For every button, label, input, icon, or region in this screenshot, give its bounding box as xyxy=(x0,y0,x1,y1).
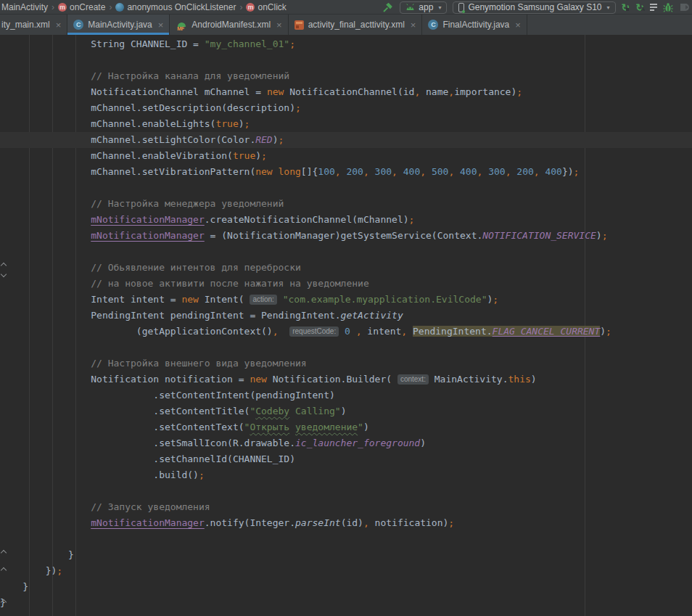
code-area[interactable]: String CHANNEL_ID = "my_channel_01"; // … xyxy=(0,35,692,611)
code-line[interactable]: } xyxy=(0,595,692,611)
breadcrumb-item-mainactivity[interactable]: MainActivity xyxy=(1,2,48,12)
code-line[interactable]: (getApplicationContext(), requestCode: 0… xyxy=(0,324,692,340)
code-token: ic_launcher_foreground xyxy=(295,438,420,448)
tab-close-icon[interactable]: × xyxy=(56,20,62,30)
code-line[interactable]: // Запуск уведомления xyxy=(0,499,692,515)
code-line[interactable]: mNotificationManager.notify(Integer.pars… xyxy=(0,515,692,531)
code-line[interactable]: .setChannelId(CHANNEL_ID) xyxy=(0,451,692,467)
code-token: requestCode: xyxy=(289,327,339,337)
code-editor[interactable]: String CHANNEL_ID = "my_channel_01"; // … xyxy=(0,35,692,616)
code-line[interactable]: mChannel.setVibrationPattern(new long[]{… xyxy=(0,164,692,180)
code-token: .notify(Integer. xyxy=(205,517,295,528)
code-line[interactable]: .build(); xyxy=(0,467,692,483)
code-token: (id) xyxy=(341,517,363,528)
code-line[interactable]: // Настройка внешнего вида уведомления xyxy=(0,356,692,371)
code-line[interactable] xyxy=(0,483,692,499)
code-line[interactable] xyxy=(0,52,692,68)
code-line[interactable]: // Настройка менеджера уведомлений xyxy=(0,196,692,212)
fold-marker[interactable] xyxy=(1,550,7,556)
code-line[interactable] xyxy=(0,244,692,260)
code-token: ) xyxy=(363,422,369,432)
tab-close-icon[interactable]: × xyxy=(411,20,416,30)
code-token: 200 xyxy=(346,166,363,177)
apply-code-changes-button[interactable]: ↻A xyxy=(635,1,644,14)
code-line[interactable]: }); xyxy=(0,563,692,579)
android-icon xyxy=(405,4,415,11)
tab-close-icon[interactable]: × xyxy=(158,20,164,30)
run-configuration-select[interactable]: app ▾ xyxy=(400,1,447,14)
code-line[interactable]: Intent intent = new Intent( action: "com… xyxy=(0,292,692,308)
code-token: String CHANNEL_ID = xyxy=(91,38,205,49)
code-token: 400 xyxy=(460,166,477,177)
profiler-button[interactable] xyxy=(650,1,657,14)
code-token: mChannel.setVibrationPattern( xyxy=(91,166,255,177)
code-line[interactable]: // Обьявление интентов для переброски xyxy=(0,260,692,276)
code-line[interactable]: mChannel.setDescription(description); xyxy=(0,100,692,116)
code-line[interactable] xyxy=(0,340,692,356)
code-line[interactable]: } xyxy=(0,547,692,563)
breadcrumb-separator: › xyxy=(239,2,242,12)
code-token: Intent intent = xyxy=(91,294,181,305)
attach-debugger-icon xyxy=(679,2,689,12)
fold-marker[interactable] xyxy=(1,567,7,573)
code-token: 500 xyxy=(432,166,448,177)
code-token: , xyxy=(335,166,341,177)
tab-FinalActtivity.java[interactable]: CFinalActtivity.java× xyxy=(422,15,527,35)
code-line[interactable]: PendingIntent pendingIntent = PendingInt… xyxy=(0,308,692,324)
tab-close-icon[interactable]: × xyxy=(515,20,521,30)
code-token: MainActivity. xyxy=(429,374,508,385)
code-token: context: xyxy=(398,374,429,385)
profiler-icon xyxy=(650,4,657,11)
code-token xyxy=(289,422,295,432)
code-line[interactable]: // на новое активити после нажатия на ув… xyxy=(0,276,692,292)
device-select[interactable]: Genymotion Samsung Galaxy S10 ▾ xyxy=(453,1,615,14)
tab-close-icon[interactable]: × xyxy=(276,20,282,30)
code-token: long xyxy=(279,166,301,177)
breadcrumb-item-anonymous-onclicklistener[interactable]: anonymous OnClickListener xyxy=(115,2,236,12)
tab-AndroidManifest.xml[interactable]: MFAndroidManifest.xml× xyxy=(170,15,288,35)
code-line[interactable]: mChannel.enableVibration(true); xyxy=(0,148,692,164)
code-line[interactable]: mNotificationManager = (NotificationMana… xyxy=(0,228,692,244)
code-token: ) xyxy=(420,438,426,448)
code-token: ; xyxy=(409,214,415,225)
code-line[interactable]: mChannel.setLightColor(Color.RED); xyxy=(0,132,692,148)
anonymous-class-icon xyxy=(115,3,124,12)
code-token: "com.example.myapplication.EvilCode" xyxy=(283,294,487,305)
fold-marker[interactable] xyxy=(1,271,7,277)
code-line[interactable]: mNotificationManager.createNotificationC… xyxy=(0,212,692,228)
breadcrumb-item-oncreate[interactable]: monCreate xyxy=(58,2,105,12)
tab-activity_final_acttivity.xml[interactable]: activity_final_acttivity.xml× xyxy=(289,15,423,35)
code-line[interactable]: .setContentText("Открыть уведомление") xyxy=(0,419,692,435)
code-line[interactable]: Notification notification = new Notifica… xyxy=(0,371,692,387)
fold-marker[interactable] xyxy=(1,263,7,268)
code-token: // Настройка внешнего вида уведомления xyxy=(91,358,306,369)
code-token: (getApplicationContext() xyxy=(136,326,273,337)
indent xyxy=(0,102,91,113)
code-line[interactable] xyxy=(0,180,692,196)
java-class-icon: C xyxy=(428,20,438,30)
attach-debugger-button[interactable] xyxy=(679,1,689,14)
rerun-activity-button[interactable]: ↻ xyxy=(622,1,630,14)
breadcrumb-item-onclick[interactable]: monClick xyxy=(246,2,286,12)
code-line[interactable]: mChannel.enableLights(true); xyxy=(0,116,692,132)
code-line[interactable]: NotificationChannel mChannel = new Notif… xyxy=(0,84,692,100)
code-line[interactable]: .setContentTitle("Codeby Calling") xyxy=(0,403,692,419)
code-token: 200 xyxy=(516,166,533,177)
code-line[interactable] xyxy=(0,531,692,547)
code-token: ; xyxy=(516,86,522,97)
debug-button[interactable] xyxy=(663,1,673,14)
code-token: ) xyxy=(273,134,279,145)
tab-ity_main.xml[interactable]: ity_main.xml× xyxy=(0,15,67,35)
code-line[interactable]: String CHANNEL_ID = "my_channel_01"; xyxy=(0,36,692,52)
code-token: Intent( xyxy=(199,294,250,305)
build-hammer-button[interactable] xyxy=(382,1,394,14)
code-line[interactable]: } xyxy=(0,579,692,595)
code-line[interactable]: .setSmallIcon(R.drawable.ic_launcher_for… xyxy=(0,435,692,451)
indent xyxy=(0,581,22,592)
code-line[interactable]: // Настройка канала для уведомлений xyxy=(0,68,692,84)
code-line[interactable]: .setContentIntent(pendingIntent) xyxy=(0,387,692,403)
tab-MainActivity.java[interactable]: CMainActivity.java× xyxy=(67,15,170,35)
code-token: mNotificationManager xyxy=(91,230,205,241)
code-token: } xyxy=(22,581,28,592)
fold-marker[interactable] xyxy=(1,599,7,605)
